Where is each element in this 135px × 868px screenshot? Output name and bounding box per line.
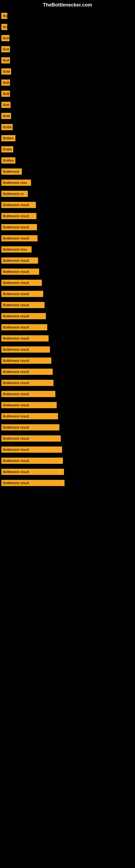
list-item: Bo — [1, 13, 134, 19]
list-item: Bottleneck result — [1, 335, 134, 341]
bottleneck-label: Bottleneck result — [1, 291, 43, 297]
list-item: Bottleneck result — [1, 446, 134, 453]
list-item: Bottleneck result — [1, 224, 134, 230]
list-item: Bottleneck result — [1, 257, 134, 264]
bottleneck-label: Bottleneck result — [1, 213, 37, 219]
bottleneck-label: Bottleneck result — [1, 480, 64, 486]
bottleneck-label: Bottleneck result — [1, 257, 38, 264]
list-item: Bottleneck result — [1, 269, 134, 275]
bottleneck-label: Bott — [1, 80, 10, 86]
bottleneck-label: Bottleneck result — [1, 458, 63, 464]
list-item: Bottleneck result — [1, 346, 134, 352]
list-item: Bottleneck result — [1, 324, 134, 330]
list-item: Bottleneck result — [1, 358, 134, 364]
list-item: Bottle — [1, 146, 134, 152]
bottleneck-label: Bottl — [1, 113, 11, 119]
list-item: Bottleneck result — [1, 380, 134, 386]
bottleneck-label: Bottlen — [1, 135, 15, 141]
list-item: Bottl — [1, 68, 134, 74]
bottleneck-label: Bottleneck result — [1, 435, 61, 442]
bottleneck-label: Bottleneck result — [1, 280, 42, 286]
bottleneck-label: Bottleneck result — [1, 413, 58, 420]
list-item: Bottleneck result — [1, 302, 134, 308]
bottleneck-label: Bott — [1, 57, 10, 63]
bottleneck-label: Bottleneck result — [1, 380, 53, 386]
bottleneck-label: Bottleneck — [1, 168, 22, 175]
list-item: Bottleneck result — [1, 202, 134, 208]
list-item: Bottleneck result — [1, 291, 134, 297]
list-item: Bottleneck result — [1, 435, 134, 442]
bottleneck-label: Bott — [1, 102, 10, 108]
bottleneck-label: Bottleneck result — [1, 335, 49, 341]
list-item: Bottleneck result — [1, 413, 134, 420]
bottleneck-label: Bott — [1, 91, 10, 97]
bottleneck-label: Bottleneck result — [1, 424, 59, 431]
bottleneck-label: Bottlen — [1, 157, 15, 163]
bottleneck-label: Bottleneck result — [1, 391, 55, 397]
bottleneck-label: Bottleneck result — [1, 369, 53, 375]
list-item: Bott — [1, 80, 134, 86]
list-item: Bottleneck resu — [1, 246, 134, 252]
list-item: Bottlen — [1, 157, 134, 163]
bottleneck-label: Bottleneck result — [1, 235, 38, 241]
bottleneck-label: Bottle — [1, 124, 13, 130]
bottleneck-label: Bottl — [1, 68, 11, 74]
list-item: Bott — [1, 57, 134, 63]
list-item: Bott — [1, 35, 134, 41]
site-title: TheBottlenecker.com — [0, 0, 135, 10]
bottleneck-label: Bott — [1, 46, 10, 52]
bottleneck-label: Bott — [1, 35, 9, 41]
list-item: Bottleneck result — [1, 480, 134, 486]
bottleneck-label: Bottleneck result — [1, 469, 64, 475]
list-item: Bottleneck resu — [1, 180, 134, 186]
list-item: Bottleneck result — [1, 369, 134, 375]
bottleneck-label: Bottleneck result — [1, 358, 51, 364]
bottleneck-label: Bottleneck result — [1, 324, 47, 330]
list-item: Bottle — [1, 124, 134, 130]
list-item: Bottleneck result — [1, 458, 134, 464]
bottleneck-label: Bo — [1, 13, 7, 19]
list-item: Bott — [1, 46, 134, 52]
list-item: Bottleneck result — [1, 469, 134, 475]
bottleneck-label: Bo — [1, 24, 7, 30]
list-item: Bottleneck result — [1, 402, 134, 408]
list-item: Bottleneck result — [1, 313, 134, 319]
bottleneck-label: Bottleneck resu — [1, 246, 32, 252]
list-item: Bottleneck result — [1, 280, 134, 286]
bottleneck-label: Bottleneck resu — [1, 180, 31, 186]
list-item: Bottleneck result — [1, 424, 134, 431]
list-item: Bottl — [1, 113, 134, 119]
bottleneck-label: Bottleneck result — [1, 224, 37, 230]
list-item: Bottlen — [1, 135, 134, 141]
bottleneck-label: Bottleneck result — [1, 302, 45, 308]
bottleneck-label: Bottle — [1, 146, 13, 152]
bottleneck-label: Bottleneck result — [1, 446, 62, 453]
items-container: BoBoBottBottBottBottlBottBottBottBottlBo… — [0, 10, 135, 494]
list-item: Bottleneck result — [1, 235, 134, 241]
list-item: Bottleneck result — [1, 213, 134, 219]
bottleneck-label: Bottleneck result — [1, 313, 46, 319]
bottleneck-label: Bottleneck result — [1, 269, 39, 275]
bottleneck-label: Bottleneck re — [1, 191, 28, 197]
list-item: Bottleneck re — [1, 191, 134, 197]
bottleneck-label: Bottleneck result — [1, 402, 57, 408]
list-item: Bott — [1, 102, 134, 108]
list-item: Bo — [1, 24, 134, 30]
list-item: Bottleneck result — [1, 391, 134, 397]
bottleneck-label: Bottleneck result — [1, 346, 50, 352]
bottleneck-label: Bottleneck result — [1, 202, 36, 208]
list-item: Bott — [1, 91, 134, 97]
list-item: Bottleneck — [1, 168, 134, 175]
